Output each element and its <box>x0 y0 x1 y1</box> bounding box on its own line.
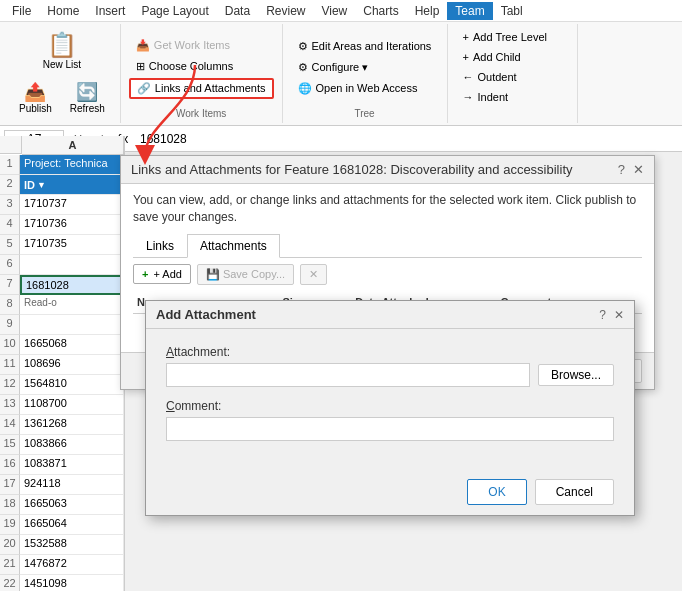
attachment-input[interactable] <box>166 363 530 387</box>
la-add-icon: + <box>142 268 148 280</box>
cell-a20[interactable]: 1532588 <box>20 535 124 555</box>
add-tree-level-button[interactable]: + Add Tree Level <box>456 28 569 46</box>
menu-data[interactable]: Data <box>217 2 258 20</box>
cancel-button[interactable]: Cancel <box>535 479 614 505</box>
dialog-body: Attachment: Browse... Comment: <box>146 329 634 469</box>
menu-team[interactable]: Team <box>447 2 492 20</box>
row-num: 17 <box>0 475 20 495</box>
cell-a21[interactable]: 1476872 <box>20 555 124 575</box>
menu-help[interactable]: Help <box>407 2 448 20</box>
table-row: 2 ID ▼ <box>0 175 124 195</box>
ribbon-group-new: 📋 New List 📤 Publish 🔄 Refresh <box>4 24 121 123</box>
project-cell[interactable]: Project: Technica <box>20 155 124 175</box>
la-delete-button[interactable]: ✕ <box>300 264 327 285</box>
attachment-label: Attachment: <box>166 345 614 359</box>
row-num: 22 <box>0 575 20 591</box>
ok-button[interactable]: OK <box>467 479 526 505</box>
menu-insert[interactable]: Insert <box>87 2 133 20</box>
table-row: 221451098 <box>0 575 124 591</box>
la-save-copy-button[interactable]: 💾 Save Copy... <box>197 264 294 285</box>
dropdown-icon[interactable]: ▼ <box>37 180 46 190</box>
row-num: 12 <box>0 375 20 395</box>
outdent-button[interactable]: ← Outdent <box>456 68 569 86</box>
publish-button[interactable]: 📤 Publish <box>12 78 59 119</box>
open-web-access-button[interactable]: 🌐 Open in Web Access <box>291 79 439 98</box>
la-add-button[interactable]: + + Add <box>133 264 191 284</box>
add-child-button[interactable]: + Add Child <box>456 48 569 66</box>
id-header-cell[interactable]: ID ▼ <box>20 175 124 195</box>
cell-a19[interactable]: 1665064 <box>20 515 124 535</box>
row-num: 19 <box>0 515 20 535</box>
links-attachments-icon: 🔗 <box>137 82 151 95</box>
new-list-button[interactable]: 📋 New List <box>36 28 88 75</box>
la-help-button[interactable]: ? <box>618 162 625 177</box>
choose-columns-button[interactable]: ⊞ Choose Columns <box>129 57 274 76</box>
row-num: 7 <box>0 275 20 295</box>
cell-a13[interactable]: 1108700 <box>20 395 124 415</box>
cell-a22[interactable]: 1451098 <box>20 575 124 591</box>
formula-input[interactable] <box>136 132 678 146</box>
add-child-icon: + <box>463 51 469 63</box>
table-row: 41710736 <box>0 215 124 235</box>
row-num: 9 <box>0 315 20 335</box>
row-num: 21 <box>0 555 20 575</box>
get-work-items-button[interactable]: 📥 Get Work Items <box>129 36 274 55</box>
refresh-button[interactable]: 🔄 Refresh <box>63 78 112 119</box>
cell-a8[interactable]: Read-o <box>20 295 124 315</box>
comment-input[interactable] <box>166 417 614 441</box>
table-row: 161083871 <box>0 455 124 475</box>
browse-button[interactable]: Browse... <box>538 364 614 386</box>
menu-table[interactable]: Tabl <box>493 2 531 20</box>
column-a-header: A <box>22 136 124 155</box>
cell-a10[interactable]: 1665068 <box>20 335 124 355</box>
menu-view[interactable]: View <box>313 2 355 20</box>
la-description: You can view, add, or change links and a… <box>133 192 642 226</box>
menu-page-layout[interactable]: Page Layout <box>133 2 216 20</box>
table-row: 211476872 <box>0 555 124 575</box>
row-num: 15 <box>0 435 20 455</box>
cell-a3[interactable]: 1710737 <box>20 195 124 215</box>
menu-home[interactable]: Home <box>39 2 87 20</box>
cell-a6[interactable] <box>20 255 124 275</box>
cell-a9[interactable] <box>20 315 124 335</box>
table-row: 51710735 <box>0 235 124 255</box>
cell-a7-selected[interactable]: 1681028 <box>20 275 124 295</box>
cell-a4[interactable]: 1710736 <box>20 215 124 235</box>
menu-review[interactable]: Review <box>258 2 313 20</box>
la-close-button[interactable]: ✕ <box>633 162 644 177</box>
cell-a5[interactable]: 1710735 <box>20 235 124 255</box>
id-label: ID <box>24 179 35 191</box>
cell-a12[interactable]: 1564810 <box>20 375 124 395</box>
menu-bar: File Home Insert Page Layout Data Review… <box>0 0 682 22</box>
configure-button[interactable]: ⚙ Configure ▾ <box>291 58 439 77</box>
la-tab-attachments[interactable]: Attachments <box>187 234 280 258</box>
table-row: 71681028 <box>0 275 124 295</box>
add-child-label: Add Child <box>473 51 521 63</box>
menu-file[interactable]: File <box>4 2 39 20</box>
table-row: 8Read-o <box>0 295 124 315</box>
dialog-footer: OK Cancel <box>146 469 634 515</box>
table-row: 141361268 <box>0 415 124 435</box>
cell-a18[interactable]: 1665063 <box>20 495 124 515</box>
links-attachments-button[interactable]: 🔗 Links and Attachments <box>129 78 274 99</box>
dialog-help-button[interactable]: ? <box>599 308 606 322</box>
indent-icon: → <box>463 91 474 103</box>
table-row: 11108696 <box>0 355 124 375</box>
cell-a14[interactable]: 1361268 <box>20 415 124 435</box>
la-tab-links[interactable]: Links <box>133 234 187 257</box>
links-attachments-label: Links and Attachments <box>155 82 266 94</box>
la-save-copy-label: Save Copy... <box>223 268 285 280</box>
menu-charts[interactable]: Charts <box>355 2 406 20</box>
attachment-label-text: Attachment: <box>166 345 230 359</box>
cell-a15[interactable]: 1083866 <box>20 435 124 455</box>
comment-label-text: Comment: <box>166 399 221 413</box>
dialog-title: Add Attachment <box>156 307 256 322</box>
comment-field: Comment: <box>166 399 614 441</box>
dialog-close-button[interactable]: ✕ <box>614 308 624 322</box>
cell-a16[interactable]: 1083871 <box>20 455 124 475</box>
row-num: 10 <box>0 335 20 355</box>
edit-areas-button[interactable]: ⚙ Edit Areas and Iterations <box>291 37 439 56</box>
indent-button[interactable]: → Indent <box>456 88 569 106</box>
cell-a17[interactable]: 924118 <box>20 475 124 495</box>
cell-a11[interactable]: 108696 <box>20 355 124 375</box>
